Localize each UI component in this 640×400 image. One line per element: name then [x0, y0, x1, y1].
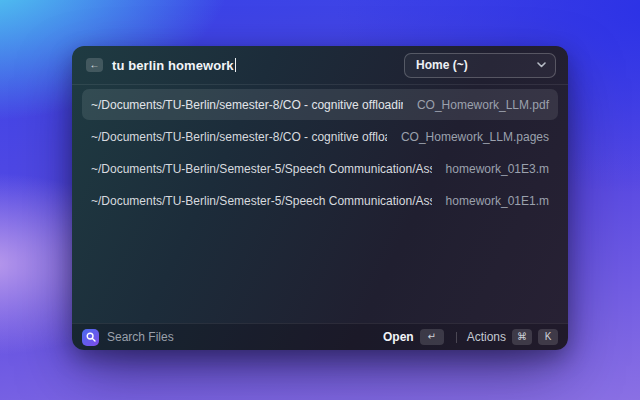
result-path: ~/Documents/TU-Berlin/Semester-5/Speech … [91, 194, 432, 208]
result-row[interactable]: ~/Documents/TU-Berlin/semester-8/CO - co… [82, 121, 558, 152]
result-filename: CO_Homework_LLM.pages [401, 130, 549, 144]
search-icon [86, 332, 96, 342]
back-button[interactable]: ← [86, 58, 103, 72]
chevron-down-icon [537, 62, 546, 68]
result-path: ~/Documents/TU-Berlin/semester-8/CO - co… [91, 130, 387, 144]
result-path: ~/Documents/TU-Berlin/Semester-5/Speech … [91, 162, 432, 176]
result-row[interactable]: ~/Documents/TU-Berlin/Semester-5/Speech … [82, 185, 558, 216]
result-row[interactable]: ~/Documents/TU-Berlin/semester-8/CO - co… [82, 89, 558, 120]
back-arrow-icon: ← [90, 60, 100, 70]
search-header: ← tu berlin homework Home (~) [72, 46, 568, 85]
result-filename: homework_01E1.m [446, 194, 549, 208]
search-window: ← tu berlin homework Home (~) ~/Document… [72, 46, 568, 350]
footer-actions: Open ↵ Actions ⌘ K [383, 329, 558, 345]
scope-dropdown-label: Home (~) [416, 58, 468, 72]
scope-dropdown[interactable]: Home (~) [404, 53, 556, 78]
command-key-badge: ⌘ [512, 329, 532, 345]
footer-divider [456, 332, 457, 343]
open-action-button[interactable]: Open [383, 330, 414, 344]
result-row[interactable]: ~/Documents/TU-Berlin/Semester-5/Speech … [82, 153, 558, 184]
result-path: ~/Documents/TU-Berlin/semester-8/CO - co… [91, 98, 403, 112]
footer-bar: Search Files Open ↵ Actions ⌘ K [72, 323, 568, 350]
results-list: ~/Documents/TU-Berlin/semester-8/CO - co… [72, 85, 568, 216]
footer-app-name: Search Files [107, 330, 174, 344]
text-caret [235, 58, 237, 72]
desktop-background: ← tu berlin homework Home (~) ~/Document… [0, 0, 640, 400]
search-input[interactable]: tu berlin homework [112, 58, 395, 73]
actions-button[interactable]: Actions [467, 330, 506, 344]
return-key-badge: ↵ [420, 329, 444, 345]
result-filename: CO_Homework_LLM.pdf [417, 98, 549, 112]
search-query-text: tu berlin homework [112, 58, 234, 73]
search-files-app-icon [82, 329, 99, 346]
result-filename: homework_01E3.m [446, 162, 549, 176]
k-key-badge: K [538, 329, 558, 345]
